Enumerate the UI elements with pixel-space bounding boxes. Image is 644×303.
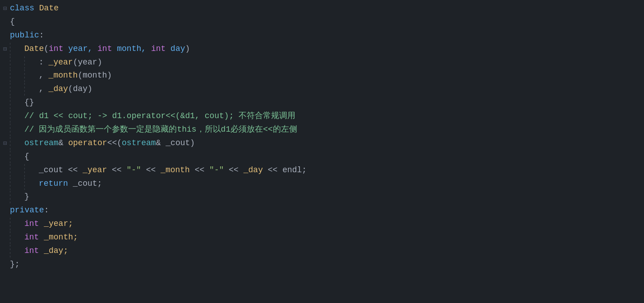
token: (month) [78,71,112,80]
token: ostream [24,138,59,147]
token: int [24,233,39,242]
token: _day [244,165,263,174]
token: : [39,58,49,67]
line-text-area: class Date [10,2,644,15]
token: _cout; [68,179,102,188]
token: ostream [122,138,156,147]
token: _year; [39,219,73,228]
token: _day [49,84,68,93]
line-row: ⊟ostream& operator<<(ostream& _cout) [0,137,644,150]
fold-gutter [0,29,10,42]
token: Date [24,44,44,53]
token: << [190,165,209,174]
token: _month; [39,233,78,242]
line-text-area: {} [10,96,644,110]
code-editor: ⊟class Date{public:⊟Date(int year, int m… [0,0,644,303]
line-row: return _cout; [0,177,644,191]
token: _cout << [39,165,83,174]
token: (day) [68,84,92,93]
token-group: ostream& operator<<(ostream& _cout) [24,137,195,150]
line-row: private: [0,204,644,217]
token: ; [15,260,20,269]
fold-gutter: ⊟ [0,42,10,56]
fold-gutter [0,204,10,217]
token: int [97,44,112,53]
fold-gutter [0,110,10,123]
line-row: {} [0,96,644,110]
fold-gutter [0,96,10,110]
fold-gutter [0,244,10,258]
token-group: private: [10,204,49,217]
line-row: // 因为成员函数第一个参数一定是隐藏的this，所以d1必须放在<<的左侧 [0,123,644,137]
token: private [10,206,44,215]
indent-guide [10,245,10,257]
fold-gutter [0,164,10,177]
fold-gutter [0,258,10,271]
token: << endl; [263,165,307,174]
fold-icon[interactable]: ⊟ [3,4,7,14]
token: // d1 << cout; -> d1.operator<<(&d1, cou… [24,111,295,120]
token-group: , _month(month) [39,69,112,82]
token: & _cout) [156,138,195,147]
line-row: } [0,190,644,204]
line-text-area: , _day(day) [10,83,644,96]
line-row: { [0,150,644,164]
token-group: { [24,151,29,163]
token: ) [185,44,190,53]
token: _month [49,71,78,80]
indent-guide [10,69,10,82]
fold-icon[interactable]: ⊟ [3,44,7,54]
line-row: , _month(month) [0,69,644,83]
token: << [224,165,244,174]
line-text-area: { [10,15,644,29]
token: <<( [107,138,122,147]
token: , [39,84,49,93]
indent-guide [10,178,10,190]
indent-guide [24,83,25,96]
line-row: int _day; [0,244,644,258]
indent-guide [10,231,10,244]
token-group: _cout << _year << "-" << _month << "-" <… [39,164,307,177]
token: int [24,219,39,228]
line-row: , _day(day) [0,83,644,96]
indent-guide [24,178,25,190]
line-text-area: int _day; [10,244,644,258]
indent-guide [10,83,10,96]
token: // 因为成员函数第一个参数一定是隐藏的this，所以d1必须放在<<的左侧 [24,125,297,134]
token: _month [161,165,190,174]
token: << [107,165,126,174]
token: _year [49,58,73,67]
line-row: }; [0,258,644,271]
indent-guide [10,96,10,109]
line-row: // d1 << cout; -> d1.operator<<(&d1, cou… [0,110,644,123]
line-text-area: // d1 << cout; -> d1.operator<<(&d1, cou… [10,110,644,123]
token-group: {} [24,96,34,109]
line-text-area: }; [10,258,644,271]
fold-gutter [0,217,10,231]
token: ( [44,44,49,53]
token: return [39,179,68,188]
line-row: ⊟Date(int year, int month, int day) [0,42,644,56]
token-group: return _cout; [39,178,102,190]
token: "-" [126,165,141,174]
token-group: }; [10,258,20,271]
indent-guide [10,43,10,55]
line-text-area: } [10,190,644,204]
token: } [24,192,29,201]
token: Date [39,4,59,13]
fold-gutter [0,190,10,204]
token: _year [83,165,107,174]
token: : [39,31,44,40]
token: day [166,44,185,53]
indent-guide [10,56,10,69]
line-text-area: // 因为成员函数第一个参数一定是隐藏的this，所以d1必须放在<<的左侧 [10,123,644,137]
line-text-area: return _cout; [10,177,644,191]
line-text-area: int _month; [10,231,644,244]
indent-guide [10,191,10,203]
line-text-area: public: [10,29,644,42]
fold-icon[interactable]: ⊟ [3,138,7,148]
fold-gutter [0,83,10,96]
code-content: ⊟class Date{public:⊟Date(int year, int m… [0,0,644,303]
indent-guide [10,151,10,163]
line-text-area: : _year(year) [10,56,644,69]
